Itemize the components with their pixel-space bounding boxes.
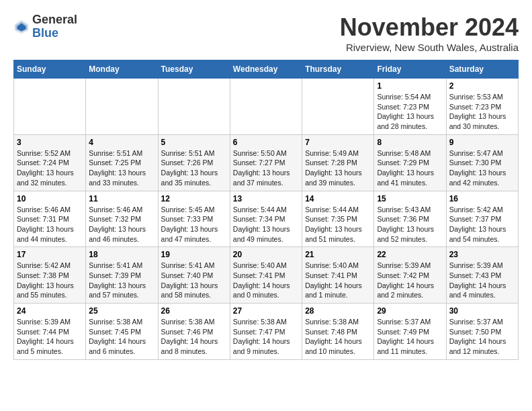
day-info: Sunrise: 5:47 AM Sunset: 7:30 PM Dayligh… xyxy=(449,148,515,188)
day-number: 4 xyxy=(89,138,154,147)
calendar-table: SundayMondayTuesdayWednesdayThursdayFrid… xyxy=(13,60,519,360)
day-number: 15 xyxy=(377,194,443,203)
logo: General Blue xyxy=(13,13,77,40)
calendar-cell xyxy=(230,79,302,135)
calendar-cell: 22Sunrise: 5:39 AM Sunset: 7:42 PM Dayli… xyxy=(374,247,446,304)
day-number: 28 xyxy=(305,306,371,316)
day-number: 26 xyxy=(161,306,227,316)
day-info: Sunrise: 5:42 AM Sunset: 7:37 PM Dayligh… xyxy=(449,205,515,244)
day-info: Sunrise: 5:46 AM Sunset: 7:32 PM Dayligh… xyxy=(89,205,154,244)
day-number: 7 xyxy=(305,138,371,147)
day-number: 21 xyxy=(305,250,371,259)
calendar-cell: 28Sunrise: 5:38 AM Sunset: 7:48 PM Dayli… xyxy=(302,304,374,360)
calendar-cell: 29Sunrise: 5:37 AM Sunset: 7:49 PM Dayli… xyxy=(374,304,446,360)
day-info: Sunrise: 5:37 AM Sunset: 7:50 PM Dayligh… xyxy=(449,317,515,357)
logo-blue: Blue xyxy=(32,27,77,40)
calendar-cell: 2Sunrise: 5:53 AM Sunset: 7:23 PM Daylig… xyxy=(446,79,518,135)
calendar-cell: 12Sunrise: 5:45 AM Sunset: 7:33 PM Dayli… xyxy=(158,191,230,247)
calendar-cell: 16Sunrise: 5:42 AM Sunset: 7:37 PM Dayli… xyxy=(446,191,518,247)
day-number: 27 xyxy=(233,306,299,316)
calendar-cell: 26Sunrise: 5:38 AM Sunset: 7:46 PM Dayli… xyxy=(158,304,230,360)
day-info: Sunrise: 5:51 AM Sunset: 7:26 PM Dayligh… xyxy=(161,148,227,188)
calendar-cell: 1Sunrise: 5:54 AM Sunset: 7:23 PM Daylig… xyxy=(374,79,446,135)
day-number: 11 xyxy=(89,194,154,203)
day-number: 29 xyxy=(377,306,443,316)
day-number: 2 xyxy=(449,81,515,91)
calendar-cell xyxy=(14,79,86,135)
logo-general: General xyxy=(32,13,77,27)
day-info: Sunrise: 5:54 AM Sunset: 7:23 PM Dayligh… xyxy=(377,92,443,132)
calendar-cell: 4Sunrise: 5:51 AM Sunset: 7:25 PM Daylig… xyxy=(86,134,158,191)
calendar-cell: 18Sunrise: 5:41 AM Sunset: 7:39 PM Dayli… xyxy=(86,247,158,304)
weekday-header-row: SundayMondayTuesdayWednesdayThursdayFrid… xyxy=(14,60,519,79)
calendar-week-row: 3Sunrise: 5:52 AM Sunset: 7:24 PM Daylig… xyxy=(14,134,519,191)
day-info: Sunrise: 5:39 AM Sunset: 7:43 PM Dayligh… xyxy=(449,261,515,300)
day-info: Sunrise: 5:40 AM Sunset: 7:41 PM Dayligh… xyxy=(233,261,299,300)
weekday-header-tuesday: Tuesday xyxy=(158,60,230,79)
day-info: Sunrise: 5:38 AM Sunset: 7:46 PM Dayligh… xyxy=(161,317,227,357)
day-info: Sunrise: 5:38 AM Sunset: 7:48 PM Dayligh… xyxy=(305,317,371,357)
logo-icon xyxy=(13,19,30,35)
calendar-week-row: 1Sunrise: 5:54 AM Sunset: 7:23 PM Daylig… xyxy=(14,79,519,135)
day-info: Sunrise: 5:40 AM Sunset: 7:41 PM Dayligh… xyxy=(305,261,371,300)
day-number: 10 xyxy=(17,194,83,203)
day-number: 12 xyxy=(161,194,227,203)
day-info: Sunrise: 5:42 AM Sunset: 7:38 PM Dayligh… xyxy=(17,261,83,300)
day-number: 25 xyxy=(89,306,154,316)
calendar-cell: 6Sunrise: 5:50 AM Sunset: 7:27 PM Daylig… xyxy=(230,134,302,191)
calendar-cell: 11Sunrise: 5:46 AM Sunset: 7:32 PM Dayli… xyxy=(86,191,158,247)
day-info: Sunrise: 5:46 AM Sunset: 7:31 PM Dayligh… xyxy=(17,205,83,244)
weekday-header-sunday: Sunday xyxy=(14,60,86,79)
day-number: 9 xyxy=(449,138,515,147)
calendar-cell xyxy=(86,79,158,135)
day-info: Sunrise: 5:39 AM Sunset: 7:42 PM Dayligh… xyxy=(377,261,443,300)
calendar-cell: 27Sunrise: 5:38 AM Sunset: 7:47 PM Dayli… xyxy=(230,304,302,360)
day-info: Sunrise: 5:38 AM Sunset: 7:47 PM Dayligh… xyxy=(233,317,299,357)
day-number: 8 xyxy=(377,138,443,147)
title-block: November 2024 Riverview, New South Wales… xyxy=(340,13,519,53)
day-info: Sunrise: 5:41 AM Sunset: 7:39 PM Dayligh… xyxy=(89,261,154,300)
location: Riverview, New South Wales, Australia xyxy=(340,42,519,53)
day-info: Sunrise: 5:53 AM Sunset: 7:23 PM Dayligh… xyxy=(449,92,515,132)
day-info: Sunrise: 5:44 AM Sunset: 7:34 PM Dayligh… xyxy=(233,205,299,244)
calendar-cell: 24Sunrise: 5:39 AM Sunset: 7:44 PM Dayli… xyxy=(14,304,86,360)
calendar-cell: 14Sunrise: 5:44 AM Sunset: 7:35 PM Dayli… xyxy=(302,191,374,247)
calendar-week-row: 17Sunrise: 5:42 AM Sunset: 7:38 PM Dayli… xyxy=(14,247,519,304)
calendar-cell: 15Sunrise: 5:43 AM Sunset: 7:36 PM Dayli… xyxy=(374,191,446,247)
calendar-week-row: 10Sunrise: 5:46 AM Sunset: 7:31 PM Dayli… xyxy=(14,191,519,247)
calendar-cell: 8Sunrise: 5:48 AM Sunset: 7:29 PM Daylig… xyxy=(374,134,446,191)
page-header: General Blue November 2024 Riverview, Ne… xyxy=(13,13,519,53)
day-info: Sunrise: 5:52 AM Sunset: 7:24 PM Dayligh… xyxy=(17,148,83,188)
weekday-header-monday: Monday xyxy=(86,60,158,79)
day-number: 5 xyxy=(161,138,227,147)
day-info: Sunrise: 5:43 AM Sunset: 7:36 PM Dayligh… xyxy=(377,205,443,244)
calendar-cell: 20Sunrise: 5:40 AM Sunset: 7:41 PM Dayli… xyxy=(230,247,302,304)
calendar-cell: 3Sunrise: 5:52 AM Sunset: 7:24 PM Daylig… xyxy=(14,134,86,191)
day-number: 6 xyxy=(233,138,299,147)
day-number: 13 xyxy=(233,194,299,203)
calendar-cell: 30Sunrise: 5:37 AM Sunset: 7:50 PM Dayli… xyxy=(446,304,518,360)
calendar-cell: 7Sunrise: 5:49 AM Sunset: 7:28 PM Daylig… xyxy=(302,134,374,191)
calendar-cell: 21Sunrise: 5:40 AM Sunset: 7:41 PM Dayli… xyxy=(302,247,374,304)
weekday-header-thursday: Thursday xyxy=(302,60,374,79)
day-info: Sunrise: 5:37 AM Sunset: 7:49 PM Dayligh… xyxy=(377,317,443,357)
calendar-cell: 5Sunrise: 5:51 AM Sunset: 7:26 PM Daylig… xyxy=(158,134,230,191)
day-info: Sunrise: 5:51 AM Sunset: 7:25 PM Dayligh… xyxy=(89,148,154,188)
day-number: 23 xyxy=(449,250,515,259)
day-info: Sunrise: 5:39 AM Sunset: 7:44 PM Dayligh… xyxy=(17,317,83,357)
day-info: Sunrise: 5:41 AM Sunset: 7:40 PM Dayligh… xyxy=(161,261,227,300)
weekday-header-wednesday: Wednesday xyxy=(230,60,302,79)
day-number: 1 xyxy=(377,81,443,91)
day-number: 20 xyxy=(233,250,299,259)
day-info: Sunrise: 5:48 AM Sunset: 7:29 PM Dayligh… xyxy=(377,148,443,188)
day-info: Sunrise: 5:49 AM Sunset: 7:28 PM Dayligh… xyxy=(305,148,371,188)
calendar-cell: 19Sunrise: 5:41 AM Sunset: 7:40 PM Dayli… xyxy=(158,247,230,304)
weekday-header-saturday: Saturday xyxy=(446,60,518,79)
calendar-week-row: 24Sunrise: 5:39 AM Sunset: 7:44 PM Dayli… xyxy=(14,304,519,360)
day-number: 24 xyxy=(17,306,83,316)
calendar-cell xyxy=(158,79,230,135)
day-number: 14 xyxy=(305,194,371,203)
day-info: Sunrise: 5:45 AM Sunset: 7:33 PM Dayligh… xyxy=(161,205,227,244)
calendar-cell: 25Sunrise: 5:38 AM Sunset: 7:45 PM Dayli… xyxy=(86,304,158,360)
day-number: 16 xyxy=(449,194,515,203)
